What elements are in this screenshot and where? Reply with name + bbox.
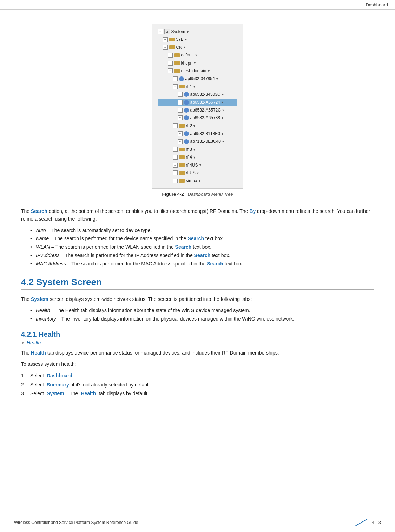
tree-item: +khepri ▾ xyxy=(158,59,237,67)
footer: Wireless Controller and Service Platform… xyxy=(0,517,395,525)
sub-nav: ► Health xyxy=(21,340,374,345)
tree-item: +rf US ▾ xyxy=(158,169,237,177)
health-text-2: tab displays device performance status f… xyxy=(46,350,279,356)
health-body2: To assess system health: xyxy=(21,360,374,368)
tree-item: +default ▾ xyxy=(158,51,237,59)
figure-number: Figure 4-2 xyxy=(162,191,184,197)
search-highlight: Search xyxy=(31,208,47,214)
tree-item: −rf 1 ▾ xyxy=(158,83,237,90)
tab-item: Inventory – The Inventory tab displays i… xyxy=(32,315,374,323)
figure-caption: Figure 4-2 Dashboard Menu Tree xyxy=(162,191,233,197)
tree-item: +ap7131-0E3C40 ▾ xyxy=(158,137,237,145)
steps-list: 1Select Dashboard.2Select Summary if it'… xyxy=(21,371,374,398)
health-text-1: The xyxy=(21,350,31,356)
tree-item: −CN ▾ xyxy=(158,43,237,51)
tree-item: −rf 2 ▾ xyxy=(158,122,237,130)
footer-right: 4 - 3 xyxy=(354,520,381,525)
tree-item: −rf 4US ▾ xyxy=(158,161,237,169)
intro-text-1: The xyxy=(21,208,31,214)
nav-arrow: ► xyxy=(21,340,25,345)
intro-paragraph: The Search option, at the bottom of the … xyxy=(21,207,374,223)
bullet-list: Auto – The search is automatically set t… xyxy=(32,227,374,268)
bullet-item: WLAN – The search is performed for the W… xyxy=(32,243,374,251)
tree-item: −⚙System ▾ xyxy=(158,28,237,35)
footer-left-text: Wireless Controller and Service Platform… xyxy=(14,520,138,525)
tree-item: −ap6532-347854 ▾ xyxy=(158,75,237,82)
bullet-item: IP Address – The search is performed for… xyxy=(32,251,374,260)
tree-item: +ap6532-3118E0 ▾ xyxy=(158,130,237,137)
tree-item: +rf 4 ▾ xyxy=(158,153,237,161)
section-42-heading: 4.2 System Screen xyxy=(21,277,374,288)
section42-text-1: The xyxy=(21,296,31,302)
figure-title: Dashboard Menu Tree xyxy=(187,191,233,197)
page-header-title: Dashboard xyxy=(366,2,388,7)
section42-text-2: screen displays system-wide network stat… xyxy=(48,296,252,302)
tree-item: +rf 3 ▾ xyxy=(158,146,237,153)
step-item: 2Select Summary if it's not already sele… xyxy=(21,381,374,389)
step-item: 1Select Dashboard. xyxy=(21,371,374,380)
by-highlight: By xyxy=(249,208,256,214)
section-42-divider xyxy=(21,289,374,290)
main-content: −⚙System ▾+57B ▾−CN ▾+default ▾+khepri ▾… xyxy=(0,10,395,422)
step-item: 3Select System. The Health tab displays … xyxy=(21,389,374,398)
tab-item: Health – The Health tab displays informa… xyxy=(32,307,374,315)
footer-page-number: 4 - 3 xyxy=(372,520,381,525)
health-highlight: Health xyxy=(31,350,46,356)
tree-item: +ap6532-34503C ▾ xyxy=(158,90,237,98)
tree-item: +ap6532-A6572C ▾ xyxy=(158,106,237,114)
bullet-item: Name – The search is performed for the d… xyxy=(32,235,374,243)
tree-item: +ap6532-A65738 ▾ xyxy=(158,114,237,122)
bullet-item: Auto – The search is automatically set t… xyxy=(32,227,374,235)
tree-item: +57B ▾ xyxy=(158,35,237,43)
bullet-item: MAC Address – The search is performed fo… xyxy=(32,260,374,268)
tree-item: +ap6532-A65724 ▾ xyxy=(158,99,237,106)
section42-intro: The System screen displays system-wide n… xyxy=(21,295,374,303)
tree-item: −mesh domain ▾ xyxy=(158,67,237,75)
tabs-list: Health – The Health tab displays informa… xyxy=(32,307,374,323)
section-421-heading: 4.2.1 Health xyxy=(21,330,374,338)
figure-container: −⚙System ▾+57B ▾−CN ▾+default ▾+khepri ▾… xyxy=(21,24,374,197)
tree-item: +simba ▾ xyxy=(158,177,237,184)
health-body1: The Health tab displays device performan… xyxy=(21,349,374,357)
top-bar: Dashboard xyxy=(0,0,395,10)
system-highlight: System xyxy=(31,296,48,302)
nav-health-link[interactable]: Health xyxy=(27,340,41,345)
menu-tree: −⚙System ▾+57B ▾−CN ▾+default ▾+khepri ▾… xyxy=(152,24,243,189)
footer-divider xyxy=(355,519,368,526)
intro-text-2: option, at the bottom of the screen, ena… xyxy=(47,208,250,214)
